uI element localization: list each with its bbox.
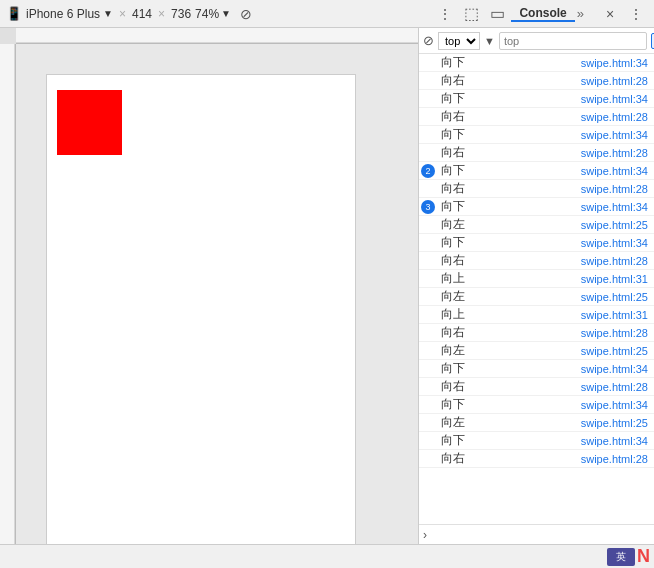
log-link[interactable]: swipe.html:31	[581, 273, 652, 285]
log-text: 向下	[437, 198, 581, 215]
log-link[interactable]: swipe.html:34	[581, 129, 652, 141]
log-text: 向上	[437, 306, 581, 323]
log-text: 向下	[437, 54, 581, 71]
context-selector[interactable]: top	[438, 32, 480, 50]
log-text: 向下	[437, 90, 581, 107]
log-link[interactable]: swipe.html:34	[581, 435, 652, 447]
toolbar-right: ⋮ ⬚ ▭ Console » × ⋮	[433, 2, 648, 26]
log-entry: 向上swipe.html:31	[419, 306, 654, 324]
separator-x2: ×	[156, 7, 167, 21]
preview-canvas[interactable]	[16, 44, 418, 544]
log-link[interactable]: swipe.html:25	[581, 417, 652, 429]
log-badge: 2	[421, 164, 435, 178]
filter-clear-button[interactable]: ⊘	[423, 32, 434, 50]
log-link[interactable]: swipe.html:34	[581, 93, 652, 105]
device-icon: 📱	[6, 6, 22, 21]
log-entry: 向下swipe.html:34	[419, 234, 654, 252]
log-text: 向下	[437, 234, 581, 251]
log-text: 向右	[437, 144, 581, 161]
log-link[interactable]: swipe.html:28	[581, 327, 652, 339]
filter-input[interactable]	[499, 32, 647, 50]
log-text: 向下	[437, 126, 581, 143]
devtools-close-button[interactable]: ×	[598, 2, 622, 26]
log-text: 向上	[437, 270, 581, 287]
zoom-value: 74%	[195, 7, 219, 21]
footer-chevron[interactable]: ›	[423, 528, 427, 542]
log-text: 向下	[437, 396, 581, 413]
log-link[interactable]: swipe.html:28	[581, 75, 652, 87]
log-link[interactable]: swipe.html:34	[581, 399, 652, 411]
log-link[interactable]: swipe.html:28	[581, 255, 652, 267]
log-entry: 向下swipe.html:34	[419, 126, 654, 144]
log-link[interactable]: swipe.html:28	[581, 147, 652, 159]
log-link[interactable]: swipe.html:25	[581, 291, 652, 303]
ruler-top: // tick marks drawn via CSS border trick	[16, 28, 418, 44]
log-link[interactable]: swipe.html:25	[581, 345, 652, 357]
log-entry: 2向下swipe.html:34	[419, 162, 654, 180]
log-link[interactable]: swipe.html:28	[581, 183, 652, 195]
log-link[interactable]: swipe.html:28	[581, 453, 652, 465]
red-box	[57, 90, 122, 155]
status-bar: 英 N	[0, 544, 654, 568]
log-link[interactable]: swipe.html:31	[581, 309, 652, 321]
devtools-chevron-top[interactable]: »	[577, 6, 584, 21]
log-link[interactable]: swipe.html:34	[581, 363, 652, 375]
log-entry: 向左swipe.html:25	[419, 342, 654, 360]
log-entry: 向上swipe.html:31	[419, 270, 654, 288]
log-entry: 3向下swipe.html:34	[419, 198, 654, 216]
log-text: 向左	[437, 342, 581, 359]
log-link[interactable]: swipe.html:34	[581, 201, 652, 213]
ruler-side	[0, 44, 16, 544]
log-link[interactable]: swipe.html:25	[581, 219, 652, 231]
log-entry: 向左swipe.html:25	[419, 288, 654, 306]
devtools-tab-console[interactable]: Console	[511, 6, 574, 22]
log-text: 向下	[437, 432, 581, 449]
log-text: 向右	[437, 108, 581, 125]
console-footer: ›	[419, 524, 654, 544]
log-text: 向右	[437, 324, 581, 341]
log-link[interactable]: swipe.html:34	[581, 165, 652, 177]
log-entry: 向右swipe.html:28	[419, 378, 654, 396]
log-text: 向右	[437, 252, 581, 269]
devtools-panel: ⊘ top ▼ Filter Info 向下swipe.html:34向右swi…	[418, 28, 654, 544]
device-frame-button[interactable]: ▭	[485, 2, 509, 26]
log-text: 向右	[437, 450, 581, 467]
devtools-more-button[interactable]: ⋮	[624, 2, 648, 26]
main-content: // tick marks drawn via CSS border trick…	[0, 28, 654, 544]
log-entry: 向下swipe.html:34	[419, 360, 654, 378]
cursor-tool-button[interactable]: ⬚	[459, 2, 483, 26]
log-entry: 向右swipe.html:28	[419, 72, 654, 90]
log-badge: 3	[421, 200, 435, 214]
log-entry: 向右swipe.html:28	[419, 144, 654, 162]
log-link[interactable]: swipe.html:28	[581, 381, 652, 393]
log-text: 向左	[437, 414, 581, 431]
ime-badge[interactable]: 英	[607, 548, 635, 566]
separator-x: ×	[117, 7, 128, 21]
log-entry: 向右swipe.html:28	[419, 324, 654, 342]
log-entry: 向左swipe.html:25	[419, 414, 654, 432]
log-entry: 向下swipe.html:34	[419, 54, 654, 72]
more-options-button[interactable]: ⋮	[433, 2, 457, 26]
log-entry: 向下swipe.html:34	[419, 90, 654, 108]
log-link[interactable]: swipe.html:34	[581, 237, 652, 249]
log-entry: 向右swipe.html:28	[419, 180, 654, 198]
zoom-arrow: ▼	[221, 8, 231, 19]
viewport-width: 414	[132, 7, 152, 21]
log-text: 向下	[437, 360, 581, 377]
device-selector[interactable]: iPhone 6 Plus ▼	[26, 7, 113, 21]
log-entry: 向右swipe.html:28	[419, 252, 654, 270]
device-preview: // tick marks drawn via CSS border trick	[0, 28, 418, 544]
log-link[interactable]: swipe.html:34	[581, 57, 652, 69]
log-link[interactable]: swipe.html:28	[581, 111, 652, 123]
zoom-selector[interactable]: 74% ▼	[195, 7, 231, 21]
phone-screen	[46, 74, 356, 544]
console-log[interactable]: 向下swipe.html:34向右swipe.html:28向下swipe.ht…	[419, 54, 654, 524]
top-toolbar: 📱 iPhone 6 Plus ▼ × 414 × 736 74% ▼ ⊘ ⋮ …	[0, 0, 654, 28]
preview-area	[0, 44, 418, 544]
log-text: 向左	[437, 288, 581, 305]
log-entry: 向下swipe.html:34	[419, 396, 654, 414]
log-text: 向下	[437, 162, 581, 179]
rotate-button[interactable]: ⊘	[235, 3, 257, 25]
log-text: 向右	[437, 378, 581, 395]
viewport-height: 736	[171, 7, 191, 21]
